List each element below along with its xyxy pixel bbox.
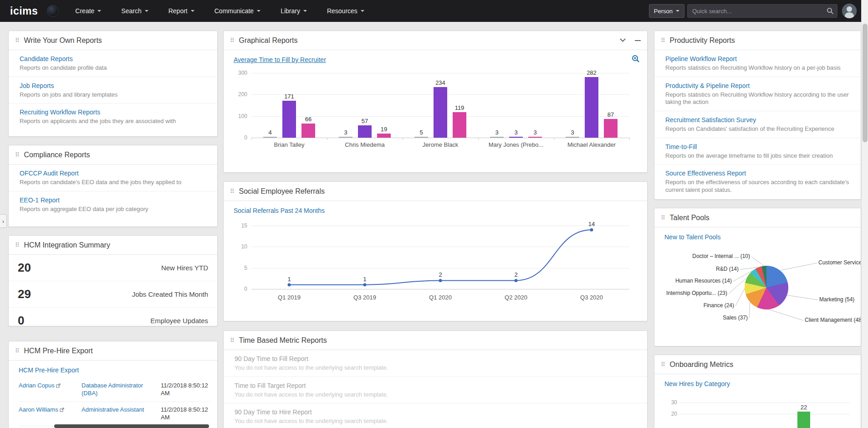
panel-header: Social Employee Referrals	[224, 182, 647, 201]
pipeline-workflow-report-link[interactable]: Pipeline Workflow Report	[665, 55, 737, 62]
panel-header: HCM Pre-Hire Export	[9, 341, 217, 361]
panel-header: Onboarding Metrics	[654, 355, 861, 374]
search-icon[interactable]	[827, 7, 834, 16]
report-list-item: OFCCP Audit Report Reports on candidate'…	[9, 165, 217, 191]
candidate-name-link[interactable]: Adrian Copus	[19, 382, 55, 389]
menu-create[interactable]: Create	[65, 0, 111, 22]
prehire-table: Adrian Copus Database Administrator (DBA…	[19, 378, 211, 426]
report-list-item: Time to Fill Target Report You do not ha…	[224, 377, 647, 404]
productivity-pipeline-report-link[interactable]: Productivity & Pipeline Report	[665, 82, 750, 89]
menu-search[interactable]: Search	[111, 0, 158, 22]
report-list-item: Source Effectiveness Report Reports on t…	[654, 165, 861, 198]
panel-title: Onboarding Metrics	[670, 361, 734, 369]
axis-tick	[554, 138, 554, 140]
gridline	[251, 138, 629, 138]
panel-title: Productivity Reports	[670, 36, 735, 45]
eeo1-report-link[interactable]: EEO-1 Report	[20, 196, 60, 204]
x-axis-label: Michael Alexander	[555, 141, 628, 148]
social-referrals-link[interactable]: Social Referrals Past 24 Months	[234, 207, 325, 214]
new-to-talent-pools-link[interactable]: New to Talent Pools	[664, 233, 720, 241]
drag-handle-icon[interactable]	[661, 37, 665, 44]
menu-communicate[interactable]: Communicate	[204, 0, 271, 22]
external-link-icon	[56, 382, 61, 389]
export-date: 11/2/2018 8:50:12 AM	[161, 406, 217, 422]
ofccp-audit-report-link[interactable]: OFCCP Audit Report	[20, 170, 79, 177]
icims-globe-icon[interactable]	[47, 5, 59, 17]
report-desc: Reports on Candidates' satisfaction of t…	[665, 125, 854, 133]
drag-handle-icon[interactable]	[230, 188, 235, 195]
chart-zoom-icon[interactable]	[632, 55, 640, 65]
source-effectiveness-report-link[interactable]: Source Effectiveness Report	[665, 170, 746, 177]
panel-header: Write Your Own Reports	[9, 31, 217, 50]
stat-value: 20	[18, 261, 31, 275]
menu-library[interactable]: Library	[271, 0, 317, 22]
drag-handle-icon[interactable]	[230, 337, 235, 344]
candidate-name-link[interactable]: Aaron Williams	[19, 406, 58, 413]
drag-handle-icon[interactable]	[661, 214, 665, 221]
user-avatar[interactable]	[842, 4, 857, 18]
scrollbar-thumb[interactable]	[863, 24, 868, 142]
drag-handle-icon[interactable]	[15, 242, 20, 248]
stat-row: 29 Jobs Created This Month	[9, 281, 217, 308]
drag-handle-icon[interactable]	[230, 37, 235, 44]
report-list-item: Pipeline Workflow Report Reports statist…	[654, 50, 861, 77]
report-desc: Reports on the effectiveness of sources …	[665, 179, 854, 194]
pie-chart: Customer Service (60)Marketing (54)Clien…	[654, 244, 861, 342]
bar	[282, 101, 296, 138]
search-scope-button[interactable]: Person	[649, 4, 684, 18]
minimize-panel-icon[interactable]	[635, 40, 641, 41]
bar-value-label: 3	[488, 129, 506, 136]
recruitment-satisfaction-survey-link[interactable]: Recruitment Satisfaction Survey	[665, 116, 756, 124]
job-reports-link[interactable]: Job Reports	[20, 82, 54, 89]
panel-talent-pools: Talent Pools New to Talent Pools Custome…	[654, 208, 861, 346]
sidebar-expand-toggle[interactable]	[0, 214, 7, 228]
bar-value-label: 66	[299, 116, 317, 123]
horizontal-scrollbar-thumb[interactable]	[54, 424, 209, 428]
chevron-down-icon	[145, 10, 148, 12]
panel-header: Graphical Reports	[224, 31, 647, 50]
recruiting-workflow-reports-link[interactable]: Recruiting Workflow Reports	[20, 108, 100, 116]
job-title-link[interactable]: Administrative Assistant	[82, 406, 158, 414]
bar	[377, 134, 391, 138]
bar-value-label: 57	[356, 118, 374, 124]
stat-row: 0 Employee Updates	[9, 308, 217, 326]
gridline	[679, 402, 850, 403]
panel-hcm-prehire-export: HCM Pre-Hire Export HCM Pre-Hire Export …	[8, 341, 218, 428]
hcm-prehire-export-link[interactable]: HCM Pre-Hire Export	[19, 366, 79, 374]
menu-resources[interactable]: Resources	[317, 0, 374, 22]
panel-title: Time Based Metric Reports	[239, 336, 327, 345]
drag-handle-icon[interactable]	[15, 37, 20, 44]
menu-report[interactable]: Report	[158, 0, 204, 22]
avg-time-to-fill-link[interactable]: Average Time to Fill by Recruiter	[234, 56, 326, 63]
bar-value-label: 87	[602, 111, 620, 118]
collapse-panel-icon[interactable]	[620, 36, 626, 42]
y-axis-label: 30	[661, 399, 677, 406]
time-to-fill-link[interactable]: Time-to-Fill	[665, 143, 697, 150]
y-axis-label: 0	[231, 134, 247, 141]
candidate-reports-link[interactable]: Candidate Reports	[20, 55, 73, 62]
panel-onboarding-metrics: Onboarding Metrics New Hires by Category…	[654, 355, 861, 428]
y-axis-label: 20	[661, 411, 677, 417]
job-title-link[interactable]: Database Administrator (DBA)	[82, 382, 158, 397]
quick-search-input[interactable]	[687, 4, 837, 18]
stat-row: 20 New Hires YTD	[9, 255, 217, 281]
x-axis-label: Brian Talley	[253, 141, 326, 148]
panel-write-your-own-reports: Write Your Own Reports Candidate Reports…	[8, 31, 218, 137]
line-series	[231, 222, 641, 306]
report-list-item: Recruiting Workflow Reports Reports on a…	[9, 103, 217, 130]
drag-handle-icon[interactable]	[661, 361, 665, 368]
chevron-down-icon	[303, 10, 307, 12]
report-desc: Reports on the average timeframe to fill…	[665, 152, 854, 160]
axis-tick	[251, 138, 252, 140]
drag-handle-icon[interactable]	[15, 347, 20, 354]
new-hires-by-category-link[interactable]: New Hires by Category	[664, 380, 730, 387]
panel-title: Graphical Reports	[239, 36, 298, 45]
gridline	[251, 73, 629, 73]
drag-handle-icon[interactable]	[15, 151, 20, 158]
panel-title: HCM Integration Summary	[24, 241, 110, 249]
panel-header: Time Based Metric Reports	[224, 331, 647, 350]
vertical-scrollbar[interactable]	[861, 0, 868, 428]
top-nav: icims Create Search Report Communicate L…	[0, 0, 861, 22]
report-desc: Reports on candidate's EEO data and the …	[20, 179, 211, 186]
bar	[453, 112, 466, 138]
